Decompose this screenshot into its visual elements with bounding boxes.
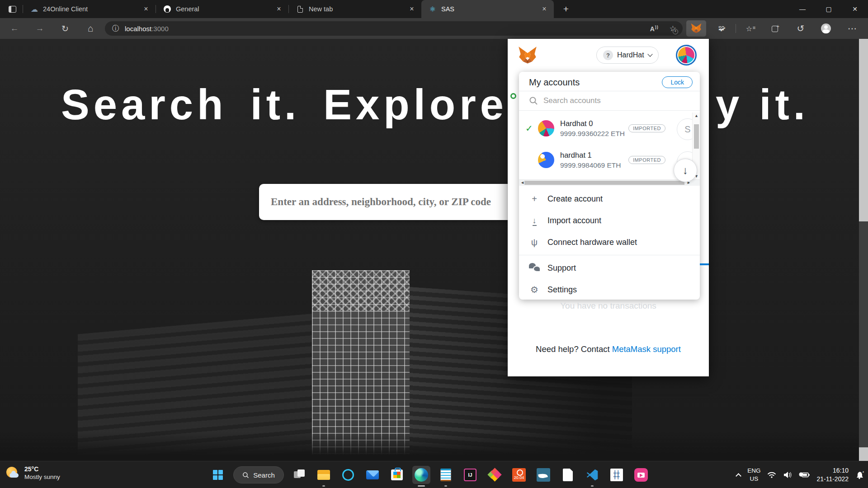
address-search-input[interactable] (259, 184, 515, 220)
my-accounts-dropdown: My accounts Lock ✓ Hardhat 0 9999.993602… (519, 72, 700, 300)
browser-tab-bar: ☁ 24Online Client × General × New tab × … (0, 0, 868, 18)
close-icon[interactable]: × (407, 4, 417, 14)
ubuntu-button[interactable]: 20.04 (510, 466, 528, 484)
react-icon: ⚛ (429, 5, 437, 14)
scroll-up-icon[interactable]: ▲ (693, 113, 700, 118)
close-icon[interactable]: × (141, 4, 151, 14)
file-explorer-button[interactable] (315, 466, 333, 484)
menu-connect-hardware-wallet[interactable]: ψ Connect hardware wallet (519, 231, 700, 253)
notification-bell-icon[interactable]: z z (855, 470, 865, 479)
menu-settings[interactable]: ⚙ Settings (519, 279, 700, 300)
account-row-hardhat1[interactable]: hardhat 1 9999.9984069 ETH IMPORTED (519, 144, 700, 176)
page-headline-left: Search it. Explore (61, 80, 508, 131)
account-balance: 9999.99360222 ETH (560, 130, 625, 138)
back-icon[interactable]: ← (6, 18, 23, 39)
edge-icon (415, 468, 428, 482)
weather-widget[interactable]: 25°C Mostly sunny (5, 465, 60, 481)
windows-taskbar: 25°C Mostly sunny Search IJ 20.04 (0, 461, 868, 488)
scrollbar-thumb[interactable] (859, 39, 868, 221)
close-icon[interactable]: × (274, 4, 284, 14)
start-button[interactable] (209, 466, 227, 484)
url-text: localhost:3000 (125, 25, 169, 33)
favorites-bar-icon[interactable]: ☆ (741, 18, 757, 39)
profile-avatar-icon[interactable] (818, 18, 834, 39)
account-list: ✓ Hardhat 0 9999.99360222 ETH IMPORTED h… (519, 113, 700, 179)
add-favorite-icon[interactable]: ☆ (670, 24, 676, 33)
tab-title: 24Online Client (43, 5, 137, 13)
task-view-icon (294, 469, 305, 480)
notepad-plus-plus-button[interactable] (437, 466, 455, 484)
menu-create-account[interactable]: + Create account (519, 188, 700, 210)
vscode-button[interactable] (583, 466, 601, 484)
close-icon[interactable]: × (539, 4, 549, 14)
window-controls: — ▢ ✕ (789, 0, 868, 18)
forward-icon[interactable]: → (32, 18, 48, 39)
address-bar[interactable]: ⓘ localhost:3000 A)) ☆ (105, 21, 683, 36)
volume-icon[interactable] (783, 471, 792, 479)
intellij-button[interactable]: IJ (461, 466, 479, 484)
new-tab-button[interactable]: + (559, 2, 573, 16)
tab-general[interactable]: General × (156, 0, 288, 18)
clock-widget[interactable]: 16:10 21-11-2022 (816, 466, 849, 483)
taskbar-search[interactable]: Search (233, 466, 284, 483)
menu-import-account[interactable]: ↓ Import account (519, 210, 700, 231)
page-scrollbar[interactable] (859, 39, 868, 461)
network-selector[interactable]: ? HardHat (596, 47, 659, 64)
task-view-button[interactable] (290, 466, 308, 484)
download-icon: ↓ (529, 215, 540, 226)
system-tray: ENG US 16:10 (736, 461, 865, 488)
git-extensions-button[interactable] (486, 466, 504, 484)
microsoft-store-button[interactable] (388, 466, 406, 484)
scroll-to-bottom-button[interactable]: ↓ (674, 159, 697, 182)
mysql-workbench-button[interactable] (534, 466, 552, 484)
scroll-left-icon[interactable]: ◄ (520, 180, 524, 185)
tab-sas-active[interactable]: ⚛ SAS × (421, 0, 554, 18)
tab-24online[interactable]: ☁ 24Online Client × (23, 0, 156, 18)
vscrollbar-thumb[interactable] (694, 124, 699, 149)
lock-button[interactable]: Lock (662, 76, 693, 88)
mail-button[interactable] (363, 466, 382, 484)
refresh-icon[interactable]: ↻ (57, 18, 73, 39)
account-row-hardhat0[interactable]: ✓ Hardhat 0 9999.99360222 ETH IMPORTED (519, 113, 700, 144)
edge-button[interactable] (412, 466, 430, 484)
account-avatar (538, 152, 554, 168)
extensions-icon[interactable]: 🧩︎ (714, 18, 730, 39)
metamask-support-link[interactable]: MetaMask support (612, 344, 681, 354)
tray-overflow-icon[interactable] (736, 473, 741, 479)
language-indicator[interactable]: ENG US (747, 467, 760, 483)
menu-support[interactable]: Support (519, 257, 700, 279)
collections-icon[interactable] (768, 18, 783, 39)
notepad-icon (440, 469, 451, 481)
clipchamp-button[interactable] (632, 466, 650, 484)
tab-title: SAS (441, 5, 535, 13)
vertical-tabs-icon[interactable] (5, 2, 19, 16)
account-list-hscrollbar[interactable]: ◄ ► (519, 179, 700, 186)
metamask-logo-icon (518, 46, 538, 67)
minimize-button[interactable]: — (789, 0, 816, 18)
weather-icon (5, 466, 20, 480)
tableau-button[interactable]: ╋╋╋╋ (608, 466, 626, 484)
tab-new-tab[interactable]: New tab × (289, 0, 421, 18)
hscrollbar-thumb[interactable] (524, 181, 684, 185)
history-icon[interactable]: ↺ (793, 18, 808, 39)
imported-badge: IMPORTED (628, 156, 665, 164)
search-label: Search (253, 471, 275, 479)
home-icon[interactable]: ⌂ (82, 18, 99, 39)
tab-title: General (176, 5, 269, 13)
battery-icon[interactable] (799, 472, 810, 478)
wifi-icon[interactable] (767, 471, 776, 479)
site-info-icon[interactable]: ⓘ (112, 24, 119, 33)
document-app-button[interactable] (559, 466, 577, 484)
selected-check-icon: ✓ (525, 123, 538, 134)
account-search-row (519, 91, 700, 111)
metamask-extension-button[interactable] (686, 20, 706, 37)
maximize-button[interactable]: ▢ (816, 0, 842, 18)
account-menu-avatar[interactable] (676, 45, 697, 66)
close-window-button[interactable]: ✕ (842, 0, 868, 18)
settings-more-icon[interactable]: ⋯ (844, 18, 860, 39)
read-aloud-icon[interactable]: A)) (650, 25, 659, 33)
alexa-button[interactable] (339, 466, 357, 484)
search-accounts-input[interactable] (543, 96, 690, 105)
folder-icon (317, 470, 330, 480)
activity-tab-underline (700, 263, 709, 265)
